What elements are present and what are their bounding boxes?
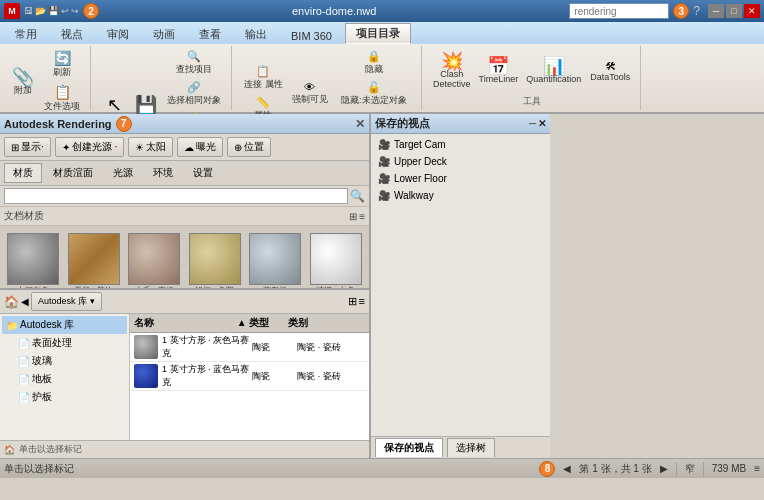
material-item-5[interactable]: 精细...白色 bbox=[307, 230, 366, 288]
tree-item-surface[interactable]: 📄 表面处理 bbox=[2, 334, 127, 352]
view-item-upper-deck[interactable]: 🎥 Upper Deck bbox=[373, 153, 548, 170]
material-item-1[interactable]: 天然...装饰 bbox=[65, 230, 124, 288]
tab-view[interactable]: 查看 bbox=[188, 24, 232, 44]
badge-8: 8 bbox=[539, 461, 555, 477]
main-area: Autodesk Rendering 7 ✕ ⊞ 显示· ✦ 创建光源 · ☀ … bbox=[0, 114, 764, 458]
ribbon-group-select: ↖ 选择 💾 保存 🔍 查找项目 🔗 选择相同对象 ⚡ 快速搜索 bbox=[93, 46, 232, 110]
tab-settings[interactable]: 设置 bbox=[184, 163, 222, 183]
saved-views-close[interactable]: ✕ bbox=[538, 118, 546, 129]
create-light-btn[interactable]: ✦ 创建光源 · bbox=[55, 137, 125, 157]
ribbon-btn-refresh[interactable]: 🔄 刷新 bbox=[40, 48, 84, 81]
ribbon-btn-find[interactable]: 🔍 查找项目 bbox=[163, 48, 225, 78]
material-thumb-2 bbox=[128, 233, 180, 285]
list-view-icon[interactable]: ≡ bbox=[359, 211, 365, 222]
minimize-button[interactable]: ─ bbox=[708, 4, 724, 18]
tab-saved-views[interactable]: 保存的视点 bbox=[375, 438, 443, 457]
home-icon[interactable]: 🏠 bbox=[4, 295, 19, 309]
col-type-arrow[interactable]: ▲ 类型 bbox=[237, 316, 288, 330]
rendering-panel-close[interactable]: ✕ bbox=[355, 117, 365, 131]
tab-material-render[interactable]: 材质渲面 bbox=[44, 163, 102, 183]
library-content: 📁 Autodesk 库 📄 表面处理 📄 玻璃 📄 地板 bbox=[0, 314, 369, 440]
close-button[interactable]: ✕ bbox=[744, 4, 760, 18]
status-left-text: 单击以选择标记 bbox=[4, 462, 74, 476]
tab-review[interactable]: 审阅 bbox=[96, 24, 140, 44]
select-icon: ↖ bbox=[107, 96, 122, 114]
table-header: 名称 ▲ 类型 类别 bbox=[130, 314, 369, 333]
material-thumb-0 bbox=[7, 233, 59, 285]
ribbon-btn-attach[interactable]: 📎 附加 bbox=[8, 65, 38, 99]
saved-views-minimize[interactable]: ─ bbox=[529, 118, 536, 129]
nav-next[interactable]: ▶ bbox=[660, 463, 668, 474]
row-name-0: 1 英寸方形 · 灰色马赛克 bbox=[162, 334, 252, 360]
tab-regular[interactable]: 常用 bbox=[4, 24, 48, 44]
tree-item-floor[interactable]: 📄 地板 bbox=[2, 370, 127, 388]
saved-views-footer: 保存的视点 选择树 bbox=[371, 436, 550, 458]
ribbon-group-project: 📎 附加 🔄 刷新 📋 文件选项 项目 bbox=[2, 46, 91, 110]
sun-btn[interactable]: ☀ 太阳 bbox=[128, 137, 173, 157]
ribbon-btn-select-same[interactable]: 🔗 选择相同对象 bbox=[163, 79, 225, 109]
autodesk-lib-btn[interactable]: Autodesk 库 ▾ bbox=[31, 292, 102, 311]
global-search-input[interactable] bbox=[569, 3, 669, 19]
tab-selection-tree[interactable]: 选择树 bbox=[447, 438, 495, 457]
tab-light[interactable]: 光源 bbox=[104, 163, 142, 183]
leaf-icon-3: 📄 bbox=[18, 374, 30, 385]
material-search-input[interactable] bbox=[4, 188, 348, 204]
ribbon-btn-hide[interactable]: 🔒 隐藏 bbox=[333, 48, 416, 78]
maximize-button[interactable]: □ bbox=[726, 4, 742, 18]
view-item-target-cam[interactable]: 🎥 Target Cam bbox=[373, 136, 548, 153]
tree-item-panel[interactable]: 📄 护板 bbox=[2, 388, 127, 406]
view-item-walkway[interactable]: 🎥 Walkway bbox=[373, 187, 548, 204]
back-icon[interactable]: ◀ bbox=[21, 296, 29, 307]
ribbon-btn-clash[interactable]: 💥 ClashDetective bbox=[430, 49, 474, 93]
status-icon: 🏠 bbox=[4, 445, 15, 455]
position-icon: ⊕ bbox=[234, 142, 242, 153]
quick-access-icon-open[interactable]: 📂 bbox=[35, 6, 46, 16]
nav-prev[interactable]: ◀ bbox=[563, 463, 571, 474]
ribbon-group-display: 📋 连接 属性 📏 属性 👁 强制可见 🔒 隐藏 bbox=[234, 46, 422, 110]
sky-btn[interactable]: ☁ 曝光 bbox=[177, 137, 223, 157]
tab-bim360[interactable]: BIM 360 bbox=[280, 27, 343, 44]
tab-material[interactable]: 材质 bbox=[4, 163, 42, 183]
saved-views-header: 保存的视点 ─ ✕ bbox=[371, 114, 550, 134]
lib-grid-icon[interactable]: ⊞ bbox=[348, 295, 357, 308]
status-sep-2 bbox=[703, 462, 704, 476]
table-row-0[interactable]: 1 英寸方形 · 灰色马赛克 陶瓷 陶瓷 · 瓷砖 bbox=[130, 333, 369, 362]
ribbon-btn-timeliner[interactable]: 📅 TimeLiner bbox=[476, 54, 522, 88]
datatools-icon: 🛠 bbox=[605, 60, 616, 72]
quick-access-redo[interactable]: ↪ bbox=[71, 6, 79, 16]
material-item-0[interactable]: 中间灰色 bbox=[4, 230, 63, 288]
tab-animation[interactable]: 动画 bbox=[142, 24, 186, 44]
grid-view-icon[interactable]: ⊞ bbox=[349, 211, 357, 222]
search-icon[interactable]: 🔍 bbox=[350, 189, 365, 203]
ribbon-btn-force-visible[interactable]: 👁 强制可见 bbox=[289, 78, 331, 109]
ribbon-btn-quantification[interactable]: 📊 Quantification bbox=[523, 54, 584, 88]
library-section: 🏠 ◀ Autodesk 库 ▾ ⊞ ≡ 📁 Autodesk 库 📄 bbox=[0, 288, 369, 458]
view-label-0: Target Cam bbox=[394, 139, 446, 150]
help-icon[interactable]: ? bbox=[693, 4, 700, 18]
ribbon-btn-file-options[interactable]: 📋 文件选项 bbox=[40, 82, 84, 115]
lib-list-icon[interactable]: ≡ bbox=[359, 295, 365, 308]
tab-project[interactable]: 项目目录 bbox=[345, 23, 411, 44]
quick-access-icon-save[interactable]: 💾 bbox=[48, 6, 59, 16]
position-btn[interactable]: ⊕ 位置 bbox=[227, 137, 271, 157]
tab-output[interactable]: 输出 bbox=[234, 24, 278, 44]
material-item-3[interactable]: 铝框...色阳 bbox=[186, 230, 245, 288]
material-item-4[interactable]: 薄形板 bbox=[246, 230, 305, 288]
ribbon-btn-datatools[interactable]: 🛠 DataTools bbox=[586, 58, 634, 84]
tab-viewpoint[interactable]: 视点 bbox=[50, 24, 94, 44]
tree-item-glass[interactable]: 📄 玻璃 bbox=[2, 352, 127, 370]
tree-item-autodesk[interactable]: 📁 Autodesk 库 bbox=[2, 316, 127, 334]
material-item-2[interactable]: 山毛...安板 bbox=[125, 230, 184, 288]
saved-views-list: 🎥 Target Cam 🎥 Upper Deck 🎥 Lower Floor … bbox=[371, 134, 550, 436]
ribbon-btn-properties[interactable]: 📋 连接 属性 bbox=[240, 63, 287, 93]
table-row-1[interactable]: 1 英寸方形 · 蓝色马赛克 陶瓷 陶瓷 · 瓷砖 bbox=[130, 362, 369, 391]
tab-environment[interactable]: 环境 bbox=[144, 163, 182, 183]
ribbon-btn-unhide-selected[interactable]: 🔓 隐藏:未选定对象 bbox=[333, 79, 416, 109]
cam-icon-2: 🎥 bbox=[378, 173, 390, 184]
sun-icon: ☀ bbox=[135, 142, 144, 153]
quick-access-icon-new[interactable]: 🖫 bbox=[24, 6, 33, 16]
display-btn[interactable]: ⊞ 显示· bbox=[4, 137, 51, 157]
view-item-lower-floor[interactable]: 🎥 Lower Floor bbox=[373, 170, 548, 187]
extra-icon[interactable]: ≡ bbox=[754, 463, 760, 474]
quick-access-undo[interactable]: ↩ bbox=[61, 6, 69, 16]
